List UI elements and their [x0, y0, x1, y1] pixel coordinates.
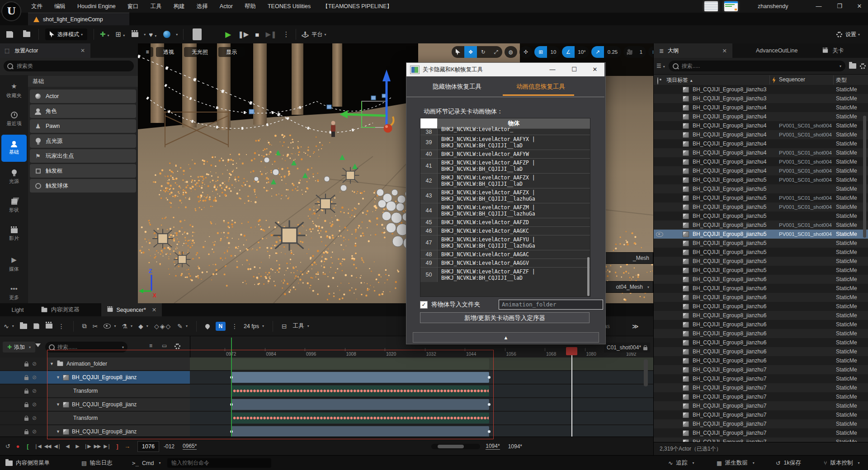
set-end-bracket[interactable]: ]: [112, 443, 122, 450]
mesh-dropdown-fragment-2[interactable]: ot04_Mesh▾: [603, 281, 653, 293]
platform-gamepad-icon[interactable]: 🕹: [302, 31, 309, 38]
shot-track-icon[interactable]: ⊟: [282, 323, 287, 330]
output-log-button[interactable]: ▤ 输出日志: [81, 456, 113, 470]
next-key-button[interactable]: ▶▶: [92, 443, 102, 449]
outliner-row[interactable]: BH_CQJIJI_Egroup8_jianzhu5 PV001_SC01_sh…: [654, 193, 868, 202]
unreal-logo-icon[interactable]: U: [1, 1, 21, 21]
start-frame-value[interactable]: 0965*: [183, 443, 197, 450]
animation-object-row[interactable]: 47 BHKJ_NCVKLW:LevelActor_AAFYU |BHKJ_NC…: [420, 235, 590, 250]
edit-icon[interactable]: ✎▾: [177, 323, 188, 330]
play-forward-button[interactable]: ▶: [72, 443, 82, 449]
lock-icon[interactable]: [643, 347, 647, 350]
outliner-row[interactable]: BH_CQJIJI_Egroup8_jianzhu4 PV001_SC01_sh…: [654, 166, 868, 175]
outliner-row[interactable]: BH_CQJIJI_Egroup8_jianzhu7 StaticMe: [654, 365, 868, 374]
minimize-button[interactable]: —: [811, 0, 826, 13]
outliner-settings-icon[interactable]: [860, 63, 866, 69]
outliner-row[interactable]: BH_CQJIJI_Egroup8_jianzhu6 StaticMe: [654, 275, 868, 284]
track-row-transform[interactable]: ⊘Transform✚◆◇◆: [0, 385, 653, 398]
menu-item[interactable]: Actor: [214, 0, 239, 13]
sequencer-settings-icon[interactable]: [175, 343, 180, 349]
world-space-icon[interactable]: ◍: [505, 46, 517, 58]
playhead-grabber[interactable]: [566, 347, 577, 355]
keyframe-options-icon[interactable]: ◆▾: [138, 323, 148, 330]
mute-icon[interactable]: ⊘: [32, 361, 37, 367]
tab-animation-restore[interactable]: 动画信息恢复工具: [505, 81, 577, 93]
sidebar-item-最近项[interactable]: 最近项: [1, 106, 27, 133]
view-mode-dropdown[interactable]: 无光照: [184, 47, 216, 57]
play-reverse-button[interactable]: ◀: [62, 443, 72, 449]
scale-tool-icon[interactable]: ⤢: [490, 46, 502, 58]
animation-object-row[interactable]: 38 BHKJ_NCVKLW:LevelActor_: [420, 128, 590, 135]
menu-item[interactable]: 帮助: [239, 0, 262, 13]
visibility-column-icon[interactable]: [657, 77, 658, 85]
outliner-row[interactable]: BH_CQJIJI_Egroup8_jianzhu5 PV001_SC01_sh…: [654, 175, 868, 184]
step-forward-button[interactable]: ❘▶: [82, 443, 92, 449]
dialog-close-button[interactable]: ✕: [587, 63, 603, 76]
menu-item[interactable]: TEONES Utilities: [262, 0, 316, 13]
angle-snap-value[interactable]: 10°: [575, 46, 589, 58]
outliner-row[interactable]: BH_CQJIJI_Egroup8_jianzhu5 PV001_SC01_sh…: [654, 230, 868, 239]
add-actor-icon[interactable]: ✚▾: [100, 30, 109, 38]
expand-toolbar-icon[interactable]: ≫: [632, 323, 639, 330]
tab-advance-outline[interactable]: AdvanceOutLine: [750, 43, 803, 58]
menu-item[interactable]: 编辑: [48, 0, 71, 13]
track-size-icon[interactable]: ▭: [162, 343, 167, 349]
filter-icon[interactable]: [35, 343, 41, 350]
save-sequence-icon[interactable]: [33, 323, 39, 329]
visibility-icon[interactable]: ▾: [104, 324, 116, 329]
derived-data-dropdown[interactable]: ▦ 派生数据▾: [717, 456, 755, 470]
outliner-row[interactable]: BH_CQJIJI_Egroup8_jianzhu7 StaticMe: [654, 419, 868, 428]
camera-speed-value[interactable]: 1: [636, 46, 646, 58]
range-slider-thumb[interactable]: [438, 445, 464, 448]
outliner-scrollbar[interactable]: [863, 116, 866, 238]
surface-snap-icon[interactable]: ✣: [519, 46, 532, 58]
outliner-row[interactable]: BH_CQJIJI_Egroup8_jianzhu7 StaticMe: [654, 392, 868, 401]
camera-speed-icon[interactable]: 🎥: [623, 46, 636, 58]
tab-content-browser[interactable]: 内容浏览器: [35, 303, 85, 316]
dialog-title-bar[interactable]: 关卡隐藏和K帧恢复工具 — ☐ ✕: [406, 63, 604, 76]
sidebar-item-更多[interactable]: •••更多: [1, 279, 27, 306]
place-actor-tab[interactable]: ⬚ 放置Actor ✕: [0, 43, 90, 58]
outliner-row[interactable]: BH_CQJIJI_Egroup8_jianzhu6 StaticMe: [654, 338, 868, 347]
current-frame-field[interactable]: 1076: [137, 441, 159, 452]
sidebar-item-影片[interactable]: 影片: [1, 221, 27, 249]
move-tool-icon[interactable]: ✥: [464, 46, 477, 58]
outliner-row[interactable]: BH_CQJIJI_Egroup8_jianzhu7 StaticMe: [654, 383, 868, 392]
outliner-row[interactable]: BH_CQJIJI_Egroup8_jianzhu5 PV001_SC01_sh…: [654, 221, 868, 230]
grid-snap-value[interactable]: 10: [547, 46, 560, 58]
rotate-tool-icon[interactable]: ↻: [477, 46, 490, 58]
animation-object-row[interactable]: 46 BHKJ_NCVKLW:LevelActor_AAGKC: [420, 226, 590, 235]
outliner-row[interactable]: BH_CQJIJI_Egroup8_jianzhu3 StaticMe: [654, 85, 868, 94]
skip-frame-button[interactable]: ❚▶: [238, 30, 249, 38]
platform-label[interactable]: 平台: [312, 31, 323, 38]
outliner-row[interactable]: BH_CQJIJI_Egroup8_jianzhu5 StaticMe: [654, 248, 868, 257]
track-name[interactable]: ▼BH_CQJIJI_Egroup8_jianz: [47, 398, 199, 411]
window-preview-thumbnail-2[interactable]: [724, 1, 738, 11]
eye-icon[interactable]: [656, 232, 663, 237]
outliner-row[interactable]: BH_CQJIJI_Egroup8_jianzhu6 StaticMe: [654, 311, 868, 320]
outliner-row[interactable]: BH_CQJIJI_Egroup8_jianzhu6 StaticMe: [654, 320, 868, 329]
outliner-row[interactable]: BH_CQJIJI_Egroup8_jianzhu5 StaticMe: [654, 257, 868, 266]
outliner-row[interactable]: BH_CQJIJI_Egroup8_jianzhu5 StaticMe: [654, 184, 868, 193]
tools-dropdown[interactable]: 工具▾: [293, 322, 309, 330]
place-item-点光源[interactable]: 点光源: [30, 134, 136, 148]
outliner-row[interactable]: BH_CQJIJI_Egroup8_jianzhu6 StaticMe: [654, 302, 868, 311]
tab-levels[interactable]: 关卡: [816, 43, 849, 58]
track-name[interactable]: ▼BH_CQJIJI_Egroup8_jianz: [47, 425, 199, 437]
track-row-folder[interactable]: ⊘▼Animation_folder: [0, 357, 653, 371]
mute-icon[interactable]: ⊘: [32, 428, 37, 435]
filter-icon[interactable]: ☰▾: [656, 63, 665, 69]
sequence-breadcrumb[interactable]: C01_shot004*: [604, 343, 650, 352]
unsaved-indicator[interactable]: ↺ 1k保存: [776, 456, 801, 470]
menu-item[interactable]: 工具: [145, 0, 168, 13]
outliner-row[interactable]: BH_CQJIJI_Egroup8_jianzhu4 StaticMe: [654, 139, 868, 148]
sequencer-column-header[interactable]: Sequencer: [779, 76, 805, 83]
import-folder-checkbox[interactable]: ✓: [420, 301, 428, 309]
loop-mode-icon[interactable]: ↺: [3, 443, 13, 450]
animation-object-row[interactable]: 42 BHKJ_NCVKLW:LevelActor_AAFZX |BHKJ_NC…: [420, 173, 590, 188]
browse-content-icon[interactable]: [23, 32, 30, 37]
cmd-dropdown[interactable]: >_ Cmd▾: [132, 456, 160, 470]
mesh-dropdown-fragment[interactable]: _Mesh: [603, 252, 653, 264]
blueprints-icon[interactable]: ⊞▾: [116, 30, 125, 38]
tab-light[interactable]: Light: [0, 303, 35, 316]
